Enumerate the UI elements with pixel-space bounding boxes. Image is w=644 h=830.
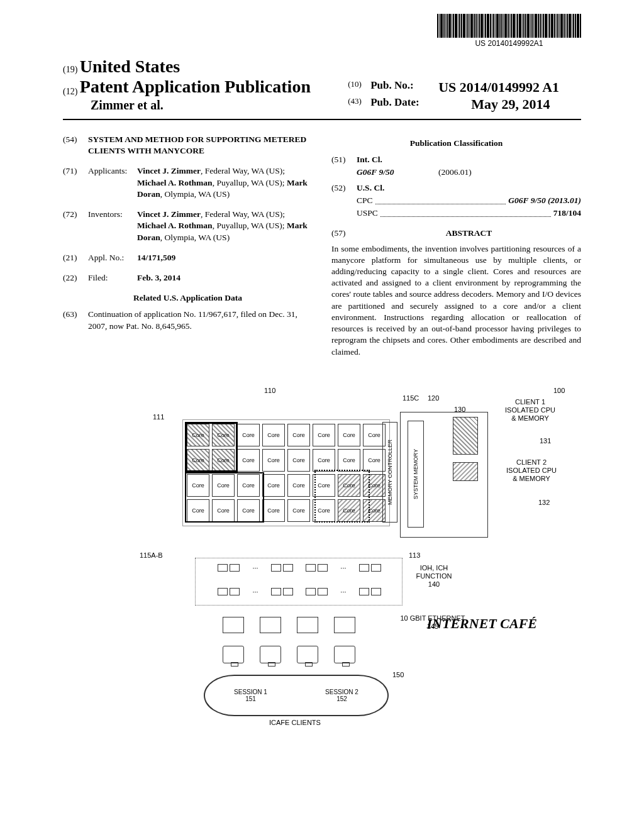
ref-100: 100 — [553, 387, 565, 395]
pub-date: May 29, 2014 — [471, 96, 550, 113]
inventors-list: Vincet J. Zimmer, Federal Way, WA (US); … — [137, 209, 313, 243]
session-2: SESSION 2152 — [325, 689, 358, 702]
pubdate-label: Pub. Date: — [370, 96, 438, 113]
monitor-icon — [260, 646, 281, 663]
uspc-value: 718/104 — [553, 208, 581, 218]
barcode-block: US 20140149992A1 — [437, 14, 581, 48]
ref-131: 131 — [540, 437, 551, 445]
pub-number: US 2014/0149992 A1 — [438, 79, 559, 96]
nic-row — [223, 617, 355, 633]
appl-number: 14/171,509 — [137, 253, 175, 262]
monitor-icon — [297, 646, 318, 663]
cpc-label: CPC — [357, 195, 373, 206]
core-cell: Core — [262, 424, 285, 446]
intcl-code: G06F 9/50 — [357, 167, 438, 178]
code-72: (72) — [63, 209, 88, 243]
core-cell: Core — [187, 499, 209, 522]
authors-line: Zimmer et al. — [63, 98, 348, 113]
core-cell: Core — [187, 474, 209, 497]
country: United States — [80, 57, 180, 76]
memory-slice-2 — [453, 462, 478, 481]
applicants-label: Applicants: — [88, 165, 137, 200]
core-cell: Core — [237, 499, 260, 522]
core-cell: Core — [262, 474, 285, 497]
monitor-row — [223, 646, 355, 663]
cpc-value: G06F 9/50 (2013.01) — [508, 195, 581, 206]
ioh-label: IOH, ICH FUNCTION140 — [409, 564, 459, 589]
filed-label: Filed: — [88, 272, 137, 284]
ref-120: 120 — [428, 394, 439, 402]
client2-label: CLIENT 2 ISOLATED CPU & MEMORY — [503, 458, 560, 484]
patent-header: (19) United States (12) Patent Applicati… — [63, 57, 581, 120]
pubno-label: Pub. No.: — [370, 79, 438, 96]
icafe-label: ICAFE CLIENTS — [269, 719, 321, 727]
core-cell: Core — [287, 449, 310, 472]
memory-controller: MEMORY CONTROLLER — [382, 422, 397, 523]
core-cell: Core — [287, 499, 310, 522]
core-cell: Core — [262, 499, 285, 522]
code-21: (21) — [63, 252, 88, 263]
core-cell: Core — [287, 474, 310, 497]
ref-110: 110 — [264, 387, 275, 395]
patent-figure: 110 111 115C 120 130 100 CLIENT 1 ISOLAT… — [63, 375, 581, 728]
nic-icon — [223, 617, 244, 633]
code-63: (63) — [63, 309, 88, 331]
barcode-text: US 20140149992A1 — [437, 39, 581, 48]
monitor-icon — [334, 646, 355, 663]
core-cell: Core — [187, 424, 209, 446]
code-10: (10) — [348, 79, 370, 96]
intcl-label: Int. Cl. — [357, 155, 382, 164]
right-column: Publication Classification (51) Int. Cl.… — [331, 134, 581, 358]
nic-icon — [297, 617, 318, 633]
core-cell: Core — [313, 424, 335, 446]
core-grid: Core Core Core Core Core Core Core Core … — [182, 419, 390, 526]
nic-icon — [334, 617, 355, 633]
pubclass-head: Publication Classification — [331, 138, 581, 149]
core-cell: Core — [313, 449, 335, 472]
ref-132: 132 — [538, 499, 550, 507]
invention-title: SYSTEM AND METHOD FOR SUPPORTING METERED… — [88, 135, 306, 155]
left-column: (54) SYSTEM AND METHOD FOR SUPPORTING ME… — [63, 134, 313, 358]
code-52: (52) — [331, 182, 357, 194]
core-cell: Core — [287, 424, 310, 446]
core-cell: Core — [237, 474, 260, 497]
monitor-icon — [223, 646, 244, 663]
core-cell: Core — [338, 474, 360, 497]
code-43: (43) — [348, 96, 370, 113]
ref-111: 111 — [153, 413, 164, 421]
core-cell: Core — [338, 499, 360, 522]
code-22: (22) — [63, 272, 88, 284]
core-cell: Core — [212, 499, 235, 522]
core-cell: Core — [338, 449, 360, 472]
core-cell: Core — [313, 474, 335, 497]
applicants-list: Vincet J. Zimmer, Federal Way, WA (US); … — [137, 165, 313, 200]
abstract-head: ABSTRACT — [446, 228, 492, 238]
core-cell: Core — [187, 449, 209, 472]
ref-115ab: 115A-B — [140, 551, 163, 560]
code-54: (54) — [63, 134, 88, 157]
barcode-icon — [437, 14, 581, 38]
related-data: Continuation of application No. 11/967,6… — [88, 309, 313, 331]
uscl-label: U.S. Cl. — [357, 183, 384, 192]
system-memory: SYSTEM MEMORY — [408, 421, 424, 528]
abstract-text: In some embodiments, the invention invol… — [331, 243, 581, 358]
inventors-label: Inventors: — [88, 209, 137, 243]
core-cell: Core — [212, 424, 235, 446]
nic-icon — [260, 617, 281, 633]
ref-115c: 115C — [402, 394, 419, 402]
core-cell: Core — [237, 449, 260, 472]
session-1: SESSION 1151 — [234, 689, 267, 702]
io-row-2: ··· ··· — [211, 588, 387, 595]
related-data-head: Related U.S. Application Data — [63, 292, 313, 304]
filed-date: Feb. 3, 2014 — [137, 273, 180, 282]
core-cell: Core — [212, 474, 235, 497]
core-cell: Core — [313, 499, 335, 522]
code-57: (57) — [331, 228, 357, 239]
code-12: (12) — [63, 87, 77, 96]
applno-label: Appl. No.: — [88, 252, 137, 263]
core-cell: Core — [338, 424, 360, 446]
ref-113: 113 — [409, 551, 420, 560]
uspc-label: USPC — [357, 208, 378, 219]
intcl-version: (2006.01) — [438, 167, 472, 178]
client1-label: CLIENT 1 ISOLATED CPU & MEMORY — [502, 398, 558, 423]
